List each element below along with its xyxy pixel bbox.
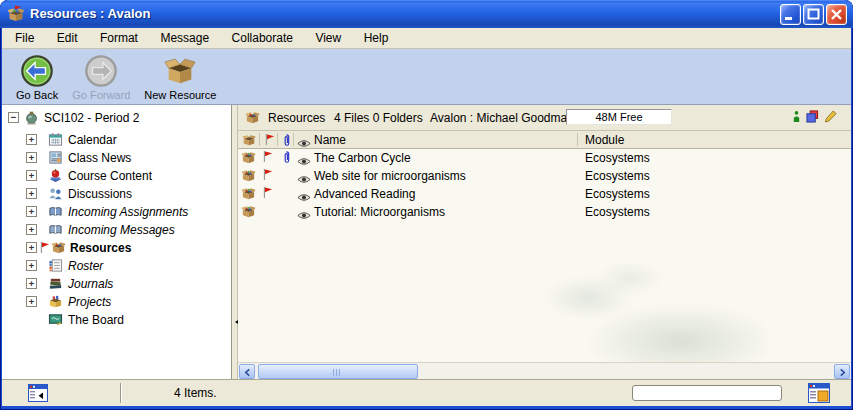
table-row[interactable]: Tutorial: Microorganisms Ecosystems <box>238 203 851 221</box>
app-icon <box>7 5 25 23</box>
sidebar-item-resources[interactable]: Resources <box>2 239 231 257</box>
collapse-toggle-icon[interactable] <box>8 112 19 123</box>
flag-icon <box>262 186 273 204</box>
go-forward-button[interactable]: Go Forward <box>66 53 136 102</box>
news-icon <box>48 150 63 165</box>
sidebar-item-calendar[interactable]: Calendar <box>2 131 231 149</box>
new-resource-button[interactable]: New Resource <box>138 53 222 102</box>
pane-toggle-right-icon[interactable] <box>808 383 830 403</box>
expand-toggle-icon[interactable] <box>26 134 37 145</box>
sidebar-item-label: The Board <box>68 311 124 329</box>
status-bar: 4 Items. <box>2 379 851 406</box>
expand-toggle-icon[interactable] <box>26 188 37 199</box>
calendar-icon <box>48 132 63 147</box>
open-book-icon <box>48 222 63 237</box>
roster-icon <box>48 258 63 273</box>
minimize-button[interactable] <box>780 4 801 25</box>
statusbar-divider <box>120 383 122 403</box>
file-module: Ecosystems <box>585 185 650 203</box>
table-row[interactable]: Web site for microorganisms Ecosystems <box>238 167 851 185</box>
horizontal-scrollbar[interactable] <box>238 362 851 379</box>
course-content-icon <box>48 168 63 183</box>
expand-toggle-icon[interactable] <box>26 296 37 307</box>
menu-collaborate[interactable]: Collaborate <box>223 28 302 49</box>
menu-edit[interactable]: Edit <box>48 28 87 49</box>
tree-root-course[interactable]: SCI102 - Period 2 <box>2 109 231 127</box>
sidebar-item-label: Calendar <box>68 131 117 149</box>
sidebar-item-label: Incoming Assignments <box>68 203 188 221</box>
toolbar: Go Back Go Forward New Reso <box>2 49 851 105</box>
forward-icon <box>84 54 118 88</box>
new-resource-label: New Resource <box>144 89 216 101</box>
scroll-right-button[interactable] <box>834 364 850 379</box>
pane-toggle-left-icon[interactable] <box>28 384 48 402</box>
sidebar-item-label: Resources <box>70 239 131 257</box>
close-button[interactable] <box>826 4 847 25</box>
pencil-icon[interactable] <box>824 110 837 126</box>
sidebar-item-projects[interactable]: Projects <box>2 293 231 311</box>
file-module: Ecosystems <box>585 149 650 167</box>
sidebar-item-label: Class News <box>68 149 131 167</box>
sidebar-item-label: Projects <box>68 293 111 311</box>
new-resource-icon <box>163 54 197 88</box>
file-name[interactable]: Advanced Reading <box>314 185 415 203</box>
window-title: Resources : Avalon <box>30 0 150 28</box>
flag-icon <box>262 150 273 168</box>
maximize-button[interactable] <box>803 4 824 25</box>
table-header: Name Module <box>238 131 851 149</box>
title-bar: Resources : Avalon <box>0 0 853 28</box>
file-name[interactable]: Web site for microorganisms <box>314 167 466 185</box>
tree-panel: SCI102 - Period 2 Calendar <box>2 105 232 379</box>
sidebar-item-the-board[interactable]: The Board <box>2 311 231 329</box>
go-back-label: Go Back <box>16 89 58 101</box>
expand-toggle-icon[interactable] <box>26 170 37 181</box>
menu-help[interactable]: Help <box>355 28 398 49</box>
sidebar-item-journals[interactable]: Journals <box>2 275 231 293</box>
go-back-button[interactable]: Go Back <box>10 53 64 102</box>
column-header-name[interactable]: Name <box>314 131 346 149</box>
file-name[interactable]: The Carbon Cycle <box>314 149 411 167</box>
menu-file[interactable]: File <box>6 28 43 49</box>
sidebar-item-course-content[interactable]: Course Content <box>2 167 231 185</box>
file-folder-counts: 4 Files 0 Folders <box>334 111 423 125</box>
table-row[interactable]: The Carbon Cycle Ecosystems <box>238 149 851 167</box>
item-count-label: 4 Items. <box>174 380 217 406</box>
expand-toggle-icon[interactable] <box>26 224 37 235</box>
sidebar-item-label: Course Content <box>68 167 152 185</box>
person-icon[interactable] <box>792 110 801 126</box>
sidebar-item-incoming-assignments[interactable]: Incoming Assignments <box>2 203 231 221</box>
panel-info-bar: Resources 4 Files 0 Folders Avalon : Mic… <box>238 105 851 131</box>
sidebar-item-label: Roster <box>68 257 103 275</box>
column-header-module[interactable]: Module <box>585 131 624 149</box>
expand-toggle-icon[interactable] <box>26 242 37 253</box>
sidebar-item-discussions[interactable]: Discussions <box>2 185 231 203</box>
discussions-icon <box>48 186 63 201</box>
statusbar-field <box>632 385 782 401</box>
tree-root-label: SCI102 - Period 2 <box>44 109 139 127</box>
expand-toggle-icon[interactable] <box>26 206 37 217</box>
expand-toggle-icon[interactable] <box>26 152 37 163</box>
scrollbar-thumb[interactable] <box>258 364 418 379</box>
layers-icon[interactable] <box>806 110 819 126</box>
file-name[interactable]: Tutorial: Microorganisms <box>314 203 445 221</box>
background-watermark <box>538 263 768 363</box>
menu-format[interactable]: Format <box>91 28 147 49</box>
file-module: Ecosystems <box>585 167 650 185</box>
menu-message[interactable]: Message <box>151 28 218 49</box>
table-row[interactable]: Advanced Reading Ecosystems <box>238 185 851 203</box>
journals-icon <box>48 276 63 291</box>
board-icon <box>48 312 63 327</box>
sidebar-item-label: Discussions <box>68 185 132 203</box>
sidebar-item-label: Incoming Messages <box>68 221 175 239</box>
expand-toggle-icon[interactable] <box>26 278 37 289</box>
sidebar-item-class-news[interactable]: Class News <box>2 149 231 167</box>
sidebar-item-roster[interactable]: Roster <box>2 257 231 275</box>
resources-box-icon <box>51 240 66 255</box>
scroll-left-button[interactable] <box>239 364 255 379</box>
eye-icon <box>297 207 311 225</box>
expand-toggle-icon[interactable] <box>26 260 37 271</box>
sidebar-item-label: Journals <box>68 275 113 293</box>
sidebar-item-incoming-messages[interactable]: Incoming Messages <box>2 221 231 239</box>
menu-view[interactable]: View <box>306 28 350 49</box>
projects-box-icon <box>48 294 63 309</box>
